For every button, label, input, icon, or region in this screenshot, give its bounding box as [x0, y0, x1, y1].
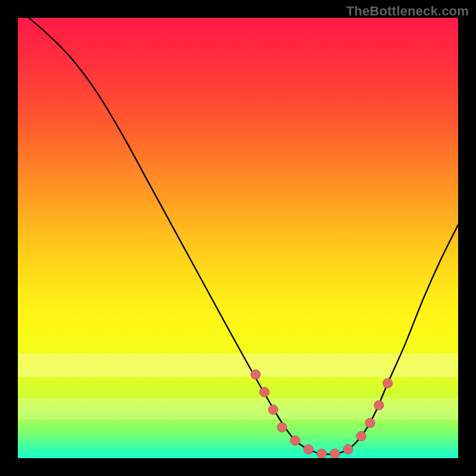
curve-marker	[303, 444, 313, 454]
watermark-text: TheBottleneck.com	[346, 4, 469, 19]
curve-marker	[383, 378, 393, 388]
curve-marker	[356, 431, 366, 441]
curve-marker	[259, 387, 269, 397]
chart-frame: TheBottleneck.com	[0, 0, 476, 476]
curve-layer	[18, 18, 458, 458]
curve-marker	[268, 405, 278, 415]
curve-marker	[290, 436, 300, 445]
curve-marker	[330, 449, 340, 458]
curve-marker	[277, 422, 287, 432]
curve-marker	[343, 444, 353, 454]
curve-marker	[374, 400, 384, 410]
plot-area	[18, 18, 458, 458]
curve-marker	[365, 418, 375, 428]
bottleneck-curve	[18, 18, 458, 455]
curve-marker	[251, 369, 261, 379]
curve-marker	[317, 449, 327, 458]
